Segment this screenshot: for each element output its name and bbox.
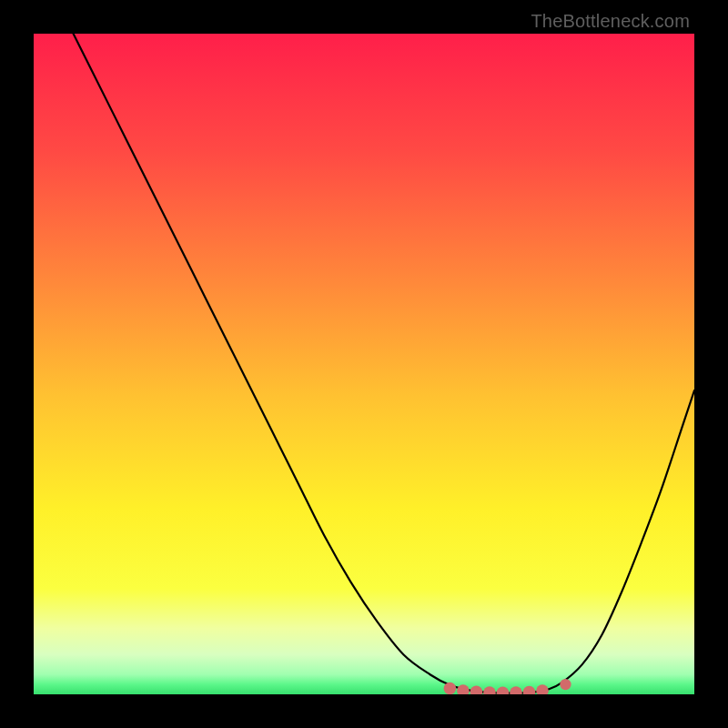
bottleneck-curve bbox=[34, 34, 694, 693]
min-marker bbox=[536, 684, 549, 694]
plot-area bbox=[34, 34, 694, 694]
min-marker bbox=[510, 686, 522, 694]
chart-frame: TheBottleneck.com bbox=[0, 0, 728, 728]
min-marker bbox=[483, 686, 496, 694]
min-marker bbox=[470, 685, 483, 694]
min-range-markers bbox=[444, 679, 571, 694]
curve-layer bbox=[34, 34, 694, 694]
min-marker bbox=[560, 679, 571, 690]
min-marker bbox=[444, 682, 457, 694]
watermark-text: TheBottleneck.com bbox=[531, 11, 690, 32]
min-marker bbox=[497, 686, 510, 694]
min-marker bbox=[523, 686, 536, 694]
min-marker bbox=[457, 684, 470, 694]
